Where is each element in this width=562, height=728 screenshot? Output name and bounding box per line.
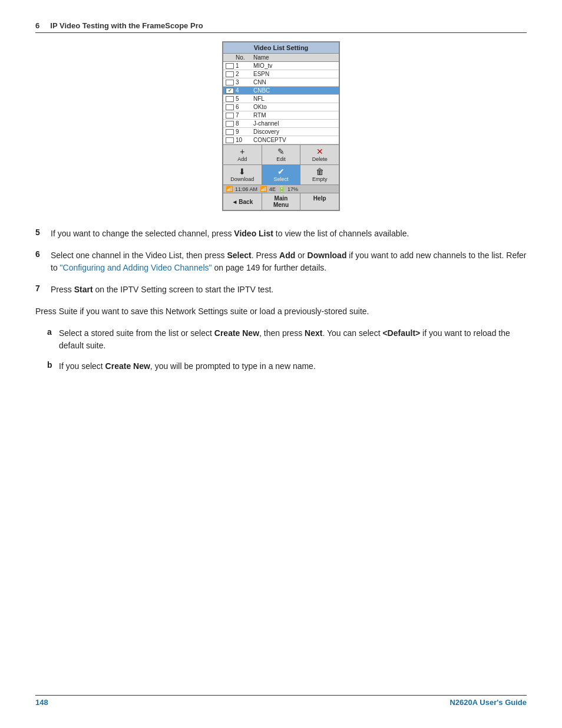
back-arrow: ◄	[232, 199, 237, 205]
col-name: Name	[253, 54, 336, 61]
download-button[interactable]: ⬇ Download	[223, 165, 262, 185]
channel-checkbox-6[interactable]	[226, 104, 234, 110]
step-6-num: 6	[35, 249, 51, 274]
bold-next: Next	[305, 328, 322, 338]
step-7-num: 7	[35, 284, 51, 296]
channel-row-10[interactable]: 10CONCEPTV	[223, 136, 339, 144]
bold-create-new-a: Create New	[214, 328, 259, 338]
channel-name-5: NFL	[253, 95, 336, 102]
battery-icon: 🔋	[278, 186, 285, 192]
download-icon: ⬇	[239, 167, 246, 176]
page-header: 6 IP Video Testing with the FrameScope P…	[35, 21, 527, 33]
channel-checkbox-8[interactable]	[226, 121, 234, 127]
alpha-a-num: a	[47, 327, 59, 352]
select-label: Select	[274, 176, 289, 182]
suite-paragraph: Press Suite if you want to save this Net…	[35, 305, 527, 318]
footer-page-number: 148	[35, 698, 48, 707]
empty-label: Empty	[312, 176, 328, 182]
edit-button[interactable]: ✎ Edit	[262, 145, 301, 164]
wifi-icon: 📶	[260, 186, 267, 192]
battery-level: 17%	[287, 186, 298, 192]
channel-checkbox-10[interactable]	[226, 137, 234, 143]
footer-title: N2620A User's Guide	[449, 698, 527, 707]
channel-row-5[interactable]: 5NFL	[223, 95, 339, 103]
download-label: Download	[230, 176, 254, 182]
step-5: 5 If you want to change the selected cha…	[35, 228, 527, 240]
step-7-content: Press Start on the IPTV Setting screen t…	[51, 284, 527, 296]
channel-number-2: 2	[236, 71, 253, 77]
bold-start: Start	[74, 285, 93, 294]
channel-name-3: CNN	[253, 79, 336, 85]
channel-number-1: 1	[236, 62, 253, 69]
channel-row-3[interactable]: 3CNN	[223, 78, 339, 87]
channel-checkbox-3[interactable]	[226, 80, 234, 85]
help-label: Help	[313, 195, 326, 202]
bold-video-list: Video List	[234, 229, 273, 238]
channel-number-5: 5	[236, 95, 253, 102]
bold-suite: Suite	[59, 307, 78, 316]
channel-name-8: J-channel	[253, 120, 336, 127]
table-header: No. Name	[223, 54, 339, 62]
channel-number-4: 4	[236, 87, 253, 94]
page-content: Video List Setting No. Name 1MIO_tv2ESPN…	[35, 41, 527, 381]
channel-row-8[interactable]: 8J-channel	[223, 120, 339, 128]
back-label: Back	[239, 199, 253, 205]
status-extra: 4E	[269, 186, 276, 192]
channel-name-4: CNBC	[253, 87, 336, 94]
signal-icon: 📶	[226, 186, 233, 192]
step-7: 7 Press Start on the IPTV Setting screen…	[35, 284, 527, 296]
chapter-title: IP Video Testing with the FrameScope Pro	[50, 21, 203, 30]
channel-number-10: 10	[236, 137, 253, 143]
button-row-1: + Add ✎ Edit ✕ Delete	[223, 144, 339, 164]
bold-add: Add	[279, 251, 295, 260]
channel-row-7[interactable]: 7RTM	[223, 111, 339, 120]
channel-number-8: 8	[236, 120, 253, 127]
channel-checkbox-2[interactable]	[226, 71, 234, 77]
empty-icon: 🗑	[316, 167, 324, 176]
channel-name-6: OKto	[253, 104, 336, 110]
channel-row-2[interactable]: 2ESPN	[223, 70, 339, 78]
main-menu-label: MainMenu	[273, 195, 289, 208]
channel-checkbox-7[interactable]	[226, 113, 234, 118]
channel-number-6: 6	[236, 104, 253, 110]
main-menu-button[interactable]: MainMenu	[262, 193, 301, 210]
channel-name-7: RTM	[253, 112, 336, 118]
alpha-b-num: b	[47, 360, 59, 373]
chapter-number: 6	[35, 21, 39, 30]
add-button[interactable]: + Add	[223, 145, 262, 164]
header-left: 6 IP Video Testing with the FrameScope P…	[35, 21, 203, 30]
back-button[interactable]: ◄ Back	[223, 193, 262, 210]
channel-row-4[interactable]: ✔4CNBC	[223, 87, 339, 95]
channel-row-9[interactable]: 9Discovery	[223, 128, 339, 136]
channel-row-6[interactable]: 6OKto	[223, 103, 339, 111]
delete-button[interactable]: ✕ Delete	[300, 145, 339, 164]
channel-name-9: Discovery	[253, 129, 336, 135]
help-button[interactable]: Help	[300, 193, 339, 210]
alpha-step-b: b If you select Create New, you will be …	[47, 360, 527, 373]
channel-name-1: MIO_tv	[253, 62, 336, 69]
delete-label: Delete	[312, 156, 328, 162]
configuring-link[interactable]: "Configuring and Adding Video Channels"	[60, 263, 212, 272]
alpha-step-a: a Select a stored suite from the list or…	[47, 327, 527, 352]
bold-create-new-b: Create New	[105, 361, 150, 371]
device-screen: Video List Setting No. Name 1MIO_tv2ESPN…	[222, 41, 340, 211]
edit-icon: ✎	[277, 147, 285, 156]
empty-button[interactable]: 🗑 Empty	[300, 165, 339, 185]
step-5-num: 5	[35, 228, 51, 240]
step-6-content: Select one channel in the Video List, th…	[51, 249, 527, 274]
channel-list: 1MIO_tv2ESPN3CNN✔4CNBC5NFL6OKto7RTM8J-ch…	[223, 62, 339, 144]
status-bar: 📶 11:06 AM 📶 4E 🔋 17%	[223, 185, 339, 193]
step-5-content: If you want to change the selected chann…	[51, 228, 527, 240]
nav-bar: ◄ Back MainMenu Help	[223, 193, 339, 210]
alpha-b-content: If you select Create New, you will be pr…	[59, 360, 527, 373]
channel-checkbox-4[interactable]: ✔	[226, 88, 234, 94]
edit-label: Edit	[276, 156, 286, 162]
channel-number-7: 7	[236, 112, 253, 118]
channel-checkbox-9[interactable]	[226, 129, 234, 135]
channel-checkbox-5[interactable]	[226, 96, 234, 102]
select-button[interactable]: ✔ Select	[262, 165, 301, 185]
status-time: 11:06 AM	[235, 186, 257, 192]
channel-row-1[interactable]: 1MIO_tv	[223, 62, 339, 70]
channel-name-2: ESPN	[253, 71, 336, 77]
channel-checkbox-1[interactable]	[226, 63, 234, 69]
